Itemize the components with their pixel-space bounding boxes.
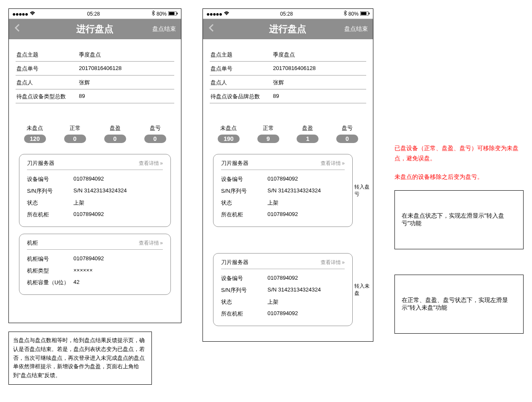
tab-count: 1 [297,135,319,143]
chevron-right-icon: » [342,160,345,166]
detail-text: 查看详情 [139,240,159,247]
tab-unpanned[interactable]: 未盘点 120 [24,124,46,143]
tab-label: 盘亏 [144,124,166,132]
svg-rect-2 [177,13,178,14]
red-note-1: 已盘设备（正常、盘盈、盘亏）可移除变为未盘点，避免误盘。 [394,143,524,164]
swipe-action-loss[interactable]: 转入盘亏 [353,154,373,227]
card-title: 刀片服务器 [221,159,248,167]
row-value: 0107894092 [73,175,104,183]
svg-rect-1 [169,12,175,15]
end-button[interactable]: 盘点结束 [152,25,176,33]
tab-label: 正常 [64,124,86,132]
signal-dots-icon: ●●●●● [206,11,222,17]
tab-count: 190 [218,135,240,143]
label: 待盘点设备类型总数 [16,93,79,100]
red-note-2: 未盘点的设备移除之后变为盘亏。 [394,172,524,182]
tab-normal[interactable]: 正常 9 [257,124,279,143]
tab-count: 0 [144,135,166,143]
value: 张辉 [273,79,366,86]
value: 20170816406128 [273,65,366,73]
row-value: 上架 [267,298,278,306]
chevron-right-icon: » [342,259,345,265]
tabs: 未盘点 120 正常 0 盘盈 0 盘亏 0 [9,108,181,147]
form-row-person: 盘点人 张辉 [16,76,174,89]
row-label: S/N序列号 [221,187,267,195]
row-label: 机柜编号 [27,255,73,263]
row-value: 0107894092 [267,175,298,183]
row-label: 所在机柜 [27,211,73,219]
label: 盘点主题 [16,51,79,59]
form-row-order: 盘点单号 20170816406128 [210,62,366,76]
tab-count: 0 [104,135,126,143]
device-card[interactable]: 刀片服务器 查看详情 » 设备编号0107894092 S/N序列号S/N 31… [19,154,171,227]
rack-card[interactable]: 机柜 查看详情 » 机柜编号0107894092 机柜类型×××××× 机柜容量… [19,234,171,295]
tab-normal[interactable]: 正常 0 [64,124,86,143]
chevron-right-icon: » [160,160,163,166]
row-value: 上架 [267,199,278,207]
battery-icon [168,11,178,17]
status-time: 05:28 [280,11,293,17]
row-value: S/N 31423134324324 [267,286,321,294]
chevron-right-icon: » [160,240,163,246]
row-label: 所在机柜 [221,310,267,318]
form-row-order: 盘点单号 20170816406128 [16,62,174,76]
phone-right: ●●●●● 05:28 80% 进行盘点 盘点结束 [203,8,373,342]
bluetooth-icon [343,11,347,17]
tab-label: 正常 [257,124,279,132]
tab-label: 未盘点 [24,124,46,132]
tab-unpanned[interactable]: 未盘点 190 [218,124,240,143]
form-row-total: 待盘点设备类型总数 89 [16,89,174,103]
svg-rect-5 [369,13,370,14]
row-value: 42 [73,279,79,286]
device-card[interactable]: 刀片服务器 查看详情 » 设备编号0107894092 S/N序列号S/N 31… [213,253,353,326]
row-value: 0107894092 [73,211,104,219]
card-title: 刀片服务器 [27,159,54,167]
form-row-person: 盘点人 张辉 [210,76,366,89]
tab-count: 0 [64,135,86,143]
bottom-note-box: 当盘点与盘点数相等时，给到盘点结果反馈提示页，确认是否盘点结束。若是，盘点列表状… [8,332,152,385]
device-card[interactable]: 刀片服务器 查看详情 » 设备编号0107894092 S/N序列号S/N 31… [213,154,353,227]
nav-header: 进行盘点 盘点结束 [203,19,373,39]
value: 季度盘点 [79,51,174,59]
swipe-action-unpan[interactable]: 转入未盘 [353,253,373,326]
value: 89 [79,93,174,100]
tab-label: 盘盈 [104,124,126,132]
view-detail-link[interactable]: 查看详情 » [139,240,163,247]
row-label: 所在机柜 [221,211,267,219]
detail-text: 查看详情 [139,160,159,167]
tabs: 未盘点 190 正常 9 盘盈 1 盘亏 0 [203,108,373,147]
view-detail-link[interactable]: 查看详情 » [321,160,345,167]
label: 盘点人 [210,79,273,86]
card-title: 机柜 [27,239,38,247]
label: 盘点人 [16,79,79,86]
label: 待盘点设备品牌总数 [210,93,273,100]
tab-surplus[interactable]: 盘盈 0 [104,124,126,143]
back-button[interactable] [14,24,20,35]
view-detail-link[interactable]: 查看详情 » [139,160,163,167]
note-box-1: 在未盘点状态下，实现左滑显示"转入盘亏"功能 [394,190,524,249]
row-label: 状态 [221,298,267,306]
back-button[interactable] [208,24,214,35]
status-bar: ●●●●● 05:28 80% [203,9,373,19]
detail-text: 查看详情 [321,259,341,266]
form-row-topic: 盘点主题 季度盘点 [210,48,366,62]
card-title: 刀片服务器 [221,259,248,266]
view-detail-link[interactable]: 查看详情 » [321,259,345,266]
row-value: 0107894092 [73,255,104,263]
value: 89 [273,93,366,100]
form-row-total: 待盘点设备品牌总数 89 [210,89,366,103]
tab-count: 120 [24,135,46,143]
tab-surplus[interactable]: 盘盈 1 [297,124,319,143]
end-button[interactable]: 盘点结束 [344,25,368,33]
label: 盘点单号 [16,65,79,73]
row-value: 上架 [73,199,84,207]
tab-count: 0 [336,135,358,143]
nav-header: 进行盘点 盘点结束 [9,19,181,39]
side-notes: 已盘设备（正常、盘盈、盘亏）可移除变为未盘点，避免误盘。 未盘点的设备移除之后变… [394,8,524,334]
tab-loss[interactable]: 盘亏 0 [144,124,166,143]
row-label: 状态 [27,199,73,207]
row-label: 设备编号 [221,175,267,183]
row-label: 设备编号 [221,275,267,282]
label: 盘点主题 [210,51,273,59]
tab-loss[interactable]: 盘亏 0 [336,124,358,143]
